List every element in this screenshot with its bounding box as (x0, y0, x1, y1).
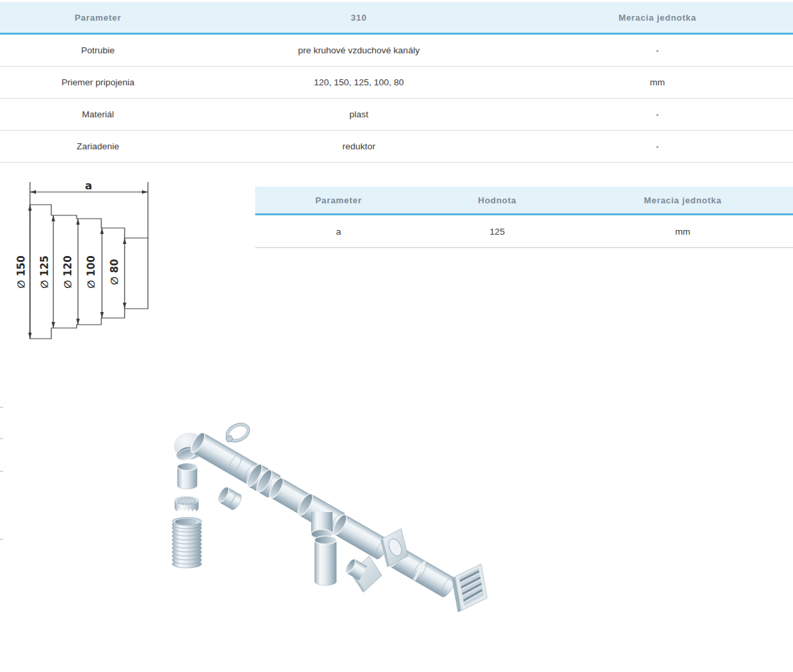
diameter-label-80: ∅ 80 (109, 259, 121, 285)
coupler-ring-part (216, 485, 244, 511)
table-cell: reduktor (196, 141, 522, 151)
table-row: Priemer pripojenia 120, 150, 125, 100, 8… (0, 67, 793, 99)
diameter-label-120: ∅ 120 (62, 255, 74, 288)
flexible-hose-part (173, 517, 202, 568)
table-row: Materiál plast - (0, 99, 793, 131)
table-cell: Potrubie (0, 45, 196, 55)
diameter-label-150: ∅ 150 (15, 255, 27, 288)
table-row: Zariadenie reduktor - (0, 131, 793, 163)
table-cell: Zariadenie (0, 141, 196, 151)
serrated-collar-part (175, 497, 199, 511)
tee-branch-part (311, 512, 333, 539)
table-row: a 125 mm (255, 215, 793, 248)
page-edge-artifact (0, 407, 3, 408)
reducer-dimension-drawing: a ∅ 150 ∅ 125 ∅ 120 ∅ 100 ∅ 80 (9, 175, 159, 348)
table-cell: - (522, 109, 793, 119)
table-cell: Materiál (0, 109, 196, 119)
vertical-duct-part (315, 536, 337, 585)
dimension-value-table: Parameter Hodnota Meracia jednotka a 125… (255, 187, 793, 248)
header-cell-parameter: Parameter (0, 13, 196, 23)
table-cell: a (255, 227, 422, 237)
diameter-label-125: ∅ 125 (39, 255, 51, 288)
page-edge-artifact (0, 539, 3, 540)
header-cell-value: Hodnota (422, 195, 572, 205)
header-cell-unit: Meracia jednotka (522, 13, 793, 23)
product-spec-table: Parameter 310 Meracia jednotka Potrubie … (0, 2, 793, 163)
table-cell: - (522, 45, 793, 55)
header-cell-unit: Meracia jednotka (572, 195, 793, 205)
table-cell: mm (572, 227, 793, 237)
hose-clamp-part (222, 419, 253, 446)
header-cell-model: 310 (196, 13, 522, 23)
product-spec-page: Parameter 310 Meracia jednotka Potrubie … (0, 0, 793, 672)
dimension-table-header: Parameter Hodnota Meracia jednotka (255, 187, 793, 215)
product-spec-table-header: Parameter 310 Meracia jednotka (0, 2, 793, 35)
table-cell: 120, 150, 125, 100, 80 (196, 77, 522, 87)
table-cell: mm (522, 77, 793, 87)
header-cell-parameter: Parameter (255, 195, 422, 205)
mounting-plate-spigot-part (344, 556, 382, 593)
louvered-grille-part (452, 564, 487, 612)
table-cell: plast (196, 109, 522, 119)
page-edge-artifact (0, 471, 3, 472)
duct-system-illustration (163, 412, 490, 612)
page-edge-artifact (0, 438, 3, 439)
table-cell: Priemer pripojenia (0, 77, 196, 87)
table-cell: 125 (422, 227, 572, 237)
length-dimension-label: a (85, 179, 93, 192)
table-row: Potrubie pre kruhové vzduchové kanály - (0, 35, 793, 67)
table-cell: - (522, 141, 793, 151)
table-cell: pre kruhové vzduchové kanály (196, 45, 522, 55)
diameter-label-100: ∅ 100 (85, 255, 97, 288)
connector-pipe-part (177, 463, 197, 489)
